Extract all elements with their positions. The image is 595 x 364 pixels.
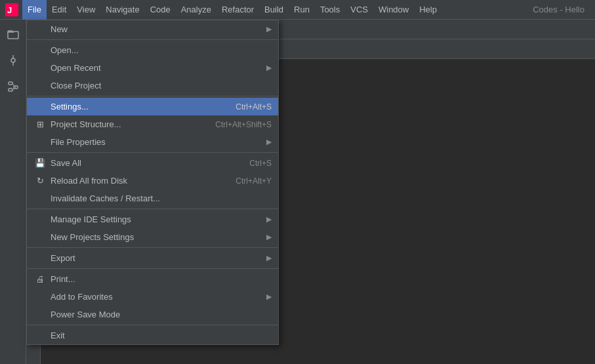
reload-all-label: Reload All from Disk — [51, 176, 236, 186]
save-all-label: Save All — [51, 158, 249, 168]
menu-open[interactable]: Open... — [27, 41, 278, 59]
reload-icon: ↻ — [33, 176, 47, 186]
menu-bar: File Edit View Navigate Code Analyze Ref… — [22, 0, 533, 20]
add-to-favorites-label: Add to Favorites — [51, 292, 264, 302]
menu-reload-all[interactable]: ↻ Reload All from Disk Ctrl+Alt+Y — [27, 172, 278, 190]
menu-item-navigate[interactable]: Navigate — [100, 0, 144, 20]
menu-item-file[interactable]: File — [22, 0, 47, 20]
save-all-icon: 💾 — [33, 158, 47, 168]
window-title: Codes - Hello — [533, 5, 590, 14]
new-projects-arrow-icon: ▶ — [266, 233, 272, 241]
menu-item-edit[interactable]: Edit — [47, 0, 72, 20]
invalidate-caches-label: Invalidate Caches / Restart... — [51, 193, 272, 203]
separator-4 — [27, 209, 278, 209]
menu-power-save-mode[interactable]: Power Save Mode — [27, 306, 278, 323]
menu-item-window[interactable]: Window — [373, 0, 414, 20]
menu-project-structure[interactable]: ⊞ Project Structure... Ctrl+Alt+Shift+S — [27, 115, 278, 133]
close-project-label: Close Project — [51, 81, 272, 91]
separator-2 — [27, 96, 278, 96]
settings-label: Settings... — [51, 102, 236, 111]
menu-file-properties[interactable]: File Properties ▶ — [27, 133, 278, 151]
favorites-arrow-icon: ▶ — [266, 293, 272, 301]
new-arrow-icon: ▶ — [266, 25, 272, 33]
new-projects-settings-label: New Projects Settings — [51, 232, 264, 242]
sidebar-structure-icon[interactable] — [1, 75, 25, 98]
file-menu-dropdown[interactable]: New ▶ Open... Open Recent ▶ Close Projec… — [26, 20, 279, 345]
new-label: New — [51, 24, 264, 34]
manage-ide-arrow-icon: ▶ — [266, 215, 272, 224]
file-properties-arrow-icon: ▶ — [266, 138, 272, 146]
svg-rect-8 — [9, 89, 12, 91]
svg-point-3 — [11, 58, 15, 62]
menu-item-tools[interactable]: Tools — [315, 0, 345, 20]
menu-invalidate-caches[interactable]: Invalidate Caches / Restart... — [27, 190, 278, 207]
print-label: Print... — [51, 274, 272, 284]
title-bar: J File Edit View Navigate Code Analyze R… — [0, 0, 595, 20]
svg-text:J: J — [7, 5, 12, 15]
export-arrow-icon: ▶ — [266, 254, 272, 262]
open-recent-arrow-icon: ▶ — [266, 64, 272, 72]
sidebar-icons — [0, 20, 26, 364]
open-recent-label: Open Recent — [51, 63, 264, 73]
menu-print[interactable]: 🖨 Print... — [27, 270, 278, 288]
separator-1 — [27, 39, 278, 40]
manage-ide-label: Manage IDE Settings — [51, 214, 264, 224]
menu-add-to-favorites[interactable]: Add to Favorites ▶ — [27, 288, 278, 306]
menu-item-analyze[interactable]: Analyze — [176, 0, 216, 20]
menu-manage-ide[interactable]: Manage IDE Settings ▶ — [27, 211, 278, 228]
menu-exit[interactable]: Exit — [27, 327, 278, 344]
open-label: Open... — [51, 45, 272, 55]
project-structure-icon: ⊞ — [33, 119, 47, 129]
menu-export[interactable]: Export ▶ — [27, 249, 278, 267]
export-label: Export — [51, 253, 264, 263]
separator-3 — [27, 152, 278, 153]
exit-label: Exit — [51, 331, 272, 340]
menu-settings[interactable]: Settings... Ctrl+Alt+S — [27, 98, 278, 115]
menu-close-project[interactable]: Close Project — [27, 77, 278, 94]
menu-save-all[interactable]: 💾 Save All Ctrl+S — [27, 154, 278, 172]
reload-all-shortcut: Ctrl+Alt+Y — [236, 176, 272, 186]
menu-new[interactable]: New ▶ — [27, 20, 278, 38]
menu-item-code[interactable]: Code — [145, 0, 176, 20]
settings-shortcut: Ctrl+Alt+S — [236, 102, 272, 111]
print-icon: 🖨 — [33, 274, 47, 284]
separator-6 — [27, 268, 278, 269]
separator-7 — [27, 325, 278, 325]
save-all-shortcut: Ctrl+S — [249, 159, 272, 168]
svg-rect-6 — [9, 82, 12, 85]
menu-item-view[interactable]: View — [72, 0, 100, 20]
file-properties-label: File Properties — [51, 137, 264, 147]
app-logo: J — [5, 3, 18, 16]
sidebar-folder-icon[interactable] — [1, 22, 25, 46]
menu-new-projects-settings[interactable]: New Projects Settings ▶ — [27, 228, 278, 246]
menu-open-recent[interactable]: Open Recent ▶ — [27, 59, 278, 77]
menu-item-refactor[interactable]: Refactor — [216, 0, 259, 20]
sidebar-git-icon[interactable] — [1, 49, 25, 72]
menu-item-build[interactable]: Build — [259, 0, 289, 20]
power-save-mode-label: Power Save Mode — [51, 310, 272, 319]
separator-5 — [27, 247, 278, 248]
menu-item-help[interactable]: Help — [414, 0, 442, 20]
project-structure-label: Project Structure... — [51, 119, 215, 129]
project-structure-shortcut: Ctrl+Alt+Shift+S — [215, 120, 272, 129]
menu-item-vcs[interactable]: VCS — [345, 0, 373, 20]
menu-item-run[interactable]: Run — [289, 0, 315, 20]
